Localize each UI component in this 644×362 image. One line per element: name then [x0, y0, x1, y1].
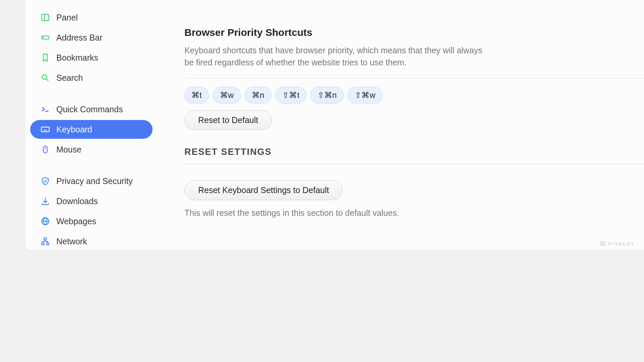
sidebar-item-label: Quick Commands [56, 105, 123, 114]
priority-shortcuts-desc: Keyboard shortcuts that have browser pri… [184, 44, 486, 69]
vivaldi-logo-icon [600, 241, 605, 246]
reset-keyboard-button[interactable]: Reset Keyboard Settings to Default [184, 180, 343, 200]
mouse-icon [40, 144, 50, 155]
svg-point-4 [42, 75, 47, 79]
sidebar-item-panel[interactable]: Panel [30, 8, 153, 27]
main-content: Browser Priority Shortcuts Keyboard shor… [158, 0, 644, 250]
brand-label: VIVALDI [608, 241, 634, 246]
sidebar-item-privacy[interactable]: Privacy and Security [30, 172, 153, 190]
vivaldi-brand: VIVALDI [600, 241, 634, 246]
shortcut-chip[interactable]: ⌘t [184, 87, 209, 104]
sidebar-item-network[interactable]: Network [30, 232, 153, 251]
bookmark-icon [40, 53, 50, 63]
sidebar-item-label: Panel [56, 13, 78, 22]
sidebar-item-mouse[interactable]: Mouse [30, 140, 153, 159]
search-icon [40, 73, 50, 83]
quick-commands-icon [40, 104, 50, 114]
sidebar-item-downloads[interactable]: Downloads [30, 192, 153, 210]
globe-icon [40, 216, 50, 226]
sidebar-item-label: Bookmarks [56, 53, 98, 63]
reset-to-default-button[interactable]: Reset to Default [184, 110, 272, 130]
sidebar-item-address-bar[interactable]: Address Bar [30, 28, 153, 47]
panel-icon [40, 12, 50, 22]
address-bar-icon [40, 33, 50, 43]
priority-shortcuts-title: Browser Priority Shortcuts [184, 27, 644, 38]
shield-icon [40, 176, 50, 186]
svg-rect-20 [42, 243, 44, 245]
reset-settings-header: RESET SETTINGS [184, 147, 644, 157]
svg-rect-13 [43, 146, 47, 153]
sidebar-item-label: Address Bar [56, 33, 103, 43]
svg-rect-2 [42, 36, 49, 39]
keyboard-icon [40, 124, 50, 134]
sidebar-item-label: Downloads [56, 196, 98, 206]
shortcut-chip[interactable]: ⇧⌘w [348, 87, 382, 104]
svg-rect-19 [44, 238, 47, 240]
shortcut-chip[interactable]: ⌘w [213, 87, 241, 104]
svg-rect-26 [601, 242, 605, 246]
sidebar-item-label: Webpages [56, 217, 96, 226]
shortcut-chips-row: ⌘t ⌘w ⌘n ⇧⌘t ⇧⌘n ⇧⌘w [184, 78, 644, 104]
shortcut-chip[interactable]: ⇧⌘t [275, 87, 306, 104]
reset-note: This will reset the settings in this sec… [184, 207, 486, 219]
network-icon [40, 236, 50, 246]
svg-line-5 [47, 79, 49, 81]
shortcut-chip[interactable]: ⌘n [245, 87, 271, 104]
sidebar-item-bookmarks[interactable]: Bookmarks [30, 48, 153, 67]
sidebar-item-label: Keyboard [56, 125, 92, 134]
sidebar-item-search[interactable]: Search [30, 68, 153, 87]
sidebar-item-label: Search [56, 73, 83, 83]
sidebar-item-keyboard[interactable]: Keyboard [30, 120, 153, 139]
divider [184, 164, 644, 164]
sidebar-item-webpages[interactable]: Webpages [30, 212, 153, 231]
svg-rect-21 [47, 243, 49, 245]
sidebar-item-label: Mouse [56, 145, 81, 155]
shortcut-chip[interactable]: ⇧⌘n [310, 87, 344, 104]
sidebar-item-label: Network [56, 237, 87, 246]
svg-rect-7 [41, 127, 49, 132]
download-icon [40, 196, 50, 206]
settings-sidebar: Panel Address Bar Bookmarks Search Quick… [25, 0, 158, 250]
sidebar-item-quick-commands[interactable]: Quick Commands [30, 100, 153, 119]
sidebar-item-label: Privacy and Security [56, 176, 133, 186]
svg-rect-0 [42, 14, 49, 21]
